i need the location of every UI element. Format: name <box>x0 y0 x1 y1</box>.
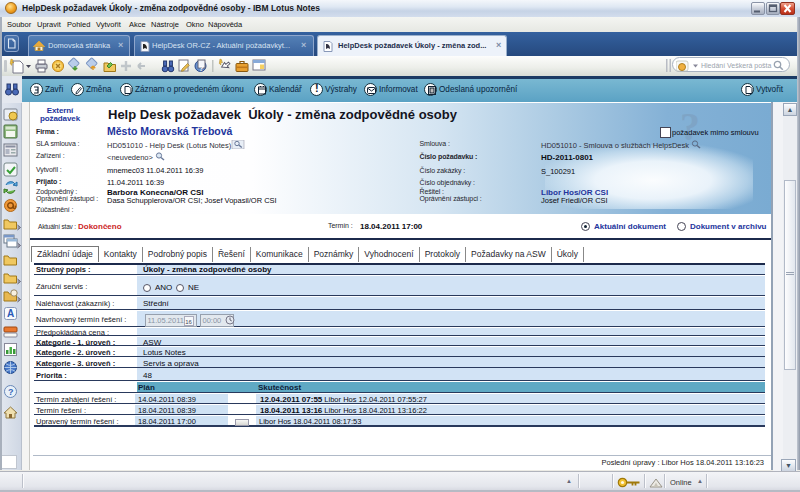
svg-text:?: ? <box>199 65 203 72</box>
svg-text:A: A <box>7 308 14 319</box>
svg-text:?: ? <box>8 387 14 397</box>
